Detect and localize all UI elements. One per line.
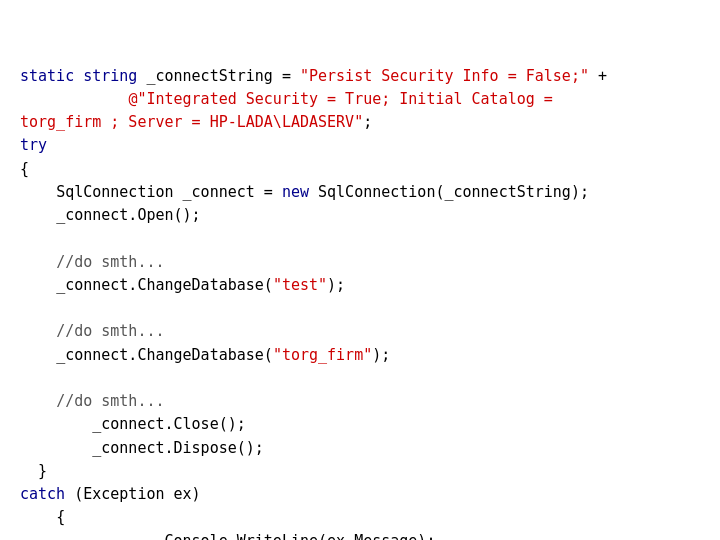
- keyword-static: static: [20, 67, 74, 85]
- comment-2: //do smth...: [56, 322, 164, 340]
- comment-1: //do smth...: [56, 253, 164, 271]
- code-content: static string _connectString = "Persist …: [20, 65, 700, 541]
- keyword-try: try: [20, 136, 47, 154]
- comment-3: //do smth...: [56, 392, 164, 410]
- string-literal-torg: "torg_firm": [273, 346, 372, 364]
- string-literal-test: "test": [273, 276, 327, 294]
- code-editor: static string _connectString = "Persist …: [0, 0, 720, 540]
- keyword-new: new: [282, 183, 309, 201]
- keyword-string: string: [83, 67, 137, 85]
- string-literal-1: "Persist Security Info = False;": [300, 67, 589, 85]
- keyword-catch: catch: [20, 485, 65, 503]
